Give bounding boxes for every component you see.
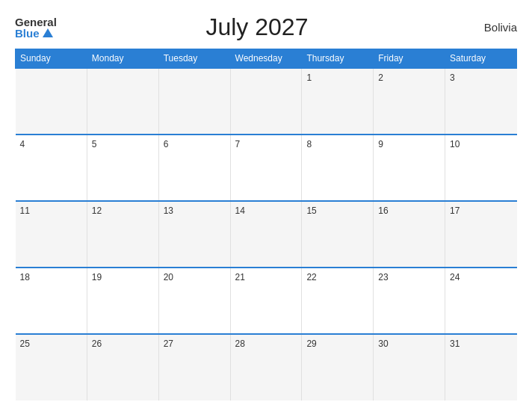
day-number: 29 [306,339,316,349]
calendar-week-row: 18192021222324 [16,268,517,334]
calendar-day-cell: 4 [16,135,87,201]
day-number: 3 [450,72,455,83]
calendar-day-cell: 15 [302,201,374,268]
calendar-week-row: 45678910 [16,135,517,201]
day-number: 7 [235,139,241,149]
day-number: 31 [450,339,460,349]
calendar-day-cell: 9 [374,135,445,201]
day-number: 15 [306,206,316,216]
day-number: 26 [92,339,102,349]
day-number: 1 [306,72,312,83]
day-number: 2 [378,72,383,83]
logo-blue-text: Blue [15,28,53,39]
logo-triangle-icon [43,28,53,37]
calendar-day-cell: 11 [16,201,87,268]
day-number: 12 [92,206,102,216]
calendar-header: General Blue July 2027 Bolivia [15,13,517,41]
day-number: 4 [20,139,25,149]
calendar-day-cell: 8 [302,135,374,201]
day-number: 10 [450,139,460,149]
day-number: 11 [20,206,30,216]
calendar-day-cell: 30 [374,334,445,401]
day-number: 6 [164,139,169,149]
day-number: 20 [164,272,173,282]
day-number: 21 [235,272,245,282]
calendar-day-cell: 26 [87,334,158,401]
calendar-day-cell [16,68,87,135]
logo: General Blue [15,16,57,39]
calendar-day-cell: 17 [445,201,517,268]
calendar-day-cell: 6 [158,135,230,201]
day-number: 30 [378,339,388,349]
calendar-day-cell: 18 [16,268,87,334]
calendar-day-cell: 3 [445,68,517,135]
calendar-table: Sunday Monday Tuesday Wednesday Thursday… [15,49,517,401]
calendar-day-cell: 31 [445,334,517,401]
country-label: Bolivia [457,21,517,34]
calendar-day-cell: 7 [230,135,302,201]
calendar-day-cell: 14 [230,201,302,268]
calendar-day-cell: 22 [302,268,374,334]
calendar-day-cell: 19 [87,268,158,334]
calendar-day-cell: 24 [445,268,517,334]
calendar-day-cell: 27 [158,334,230,401]
calendar-week-row: 11121314151617 [16,201,517,268]
col-tuesday: Tuesday [158,49,230,69]
calendar-day-cell: 25 [16,334,87,401]
calendar-page: General Blue July 2027 Bolivia Sunday Mo… [0,0,532,411]
day-number: 23 [378,272,388,282]
calendar-day-cell [87,68,158,135]
calendar-day-cell: 13 [158,201,230,268]
calendar-day-cell: 5 [87,135,158,201]
calendar-title: July 2027 [57,13,457,41]
day-number: 24 [450,272,460,282]
day-number: 9 [378,139,383,149]
col-saturday: Saturday [445,49,517,69]
day-number: 19 [92,272,102,282]
calendar-day-cell: 21 [230,268,302,334]
calendar-week-row: 123 [16,68,517,135]
day-number: 16 [378,206,388,216]
day-number: 25 [20,339,30,349]
calendar-header-row: Sunday Monday Tuesday Wednesday Thursday… [16,49,517,69]
col-friday: Friday [374,49,445,69]
day-number: 8 [306,139,312,149]
calendar-day-cell: 29 [302,334,374,401]
calendar-day-cell [158,68,230,135]
day-number: 27 [164,339,173,349]
calendar-day-cell: 16 [374,201,445,268]
calendar-day-cell: 23 [374,268,445,334]
day-number: 17 [450,206,460,216]
day-number: 5 [92,139,97,149]
calendar-day-cell: 28 [230,334,302,401]
col-wednesday: Wednesday [230,49,302,69]
calendar-day-cell: 10 [445,135,517,201]
col-thursday: Thursday [302,49,374,69]
day-number: 28 [235,339,245,349]
day-number: 14 [235,206,245,216]
day-number: 13 [164,206,173,216]
calendar-week-row: 25262728293031 [16,334,517,401]
calendar-day-cell [230,68,302,135]
logo-general-text: General [15,16,57,28]
day-number: 18 [20,272,30,282]
col-sunday: Sunday [16,49,87,69]
day-number: 22 [306,272,316,282]
calendar-day-cell: 2 [374,68,445,135]
calendar-day-cell: 1 [302,68,374,135]
calendar-day-cell: 12 [87,201,158,268]
calendar-day-cell: 20 [158,268,230,334]
col-monday: Monday [87,49,158,69]
